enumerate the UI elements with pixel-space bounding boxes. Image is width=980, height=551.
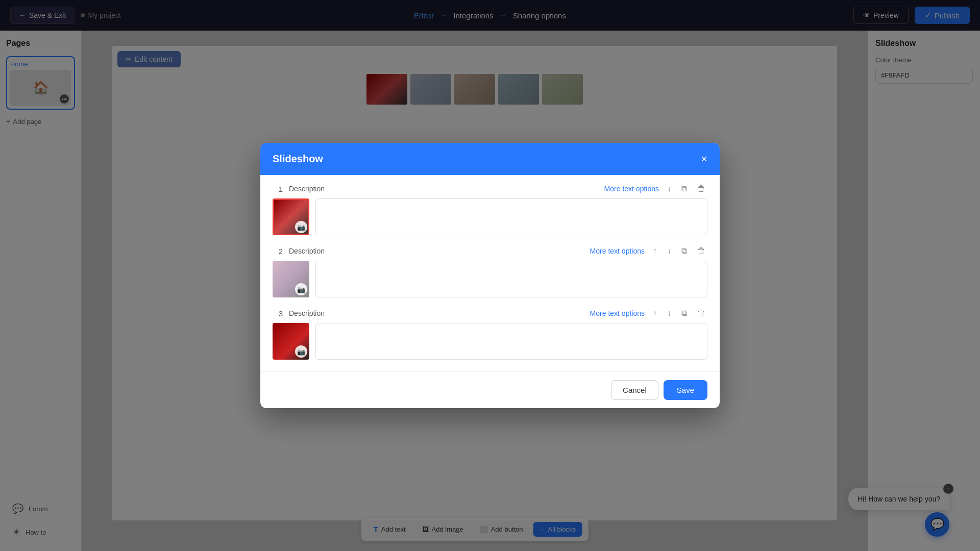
slide-description-label-1: Description [289,185,598,193]
more-text-options-link-1[interactable]: More text options [604,185,659,193]
slide-number-2: 2 [273,247,283,256]
delete-button-3[interactable]: 🗑 [695,308,707,319]
modal-backdrop: Slideshow × 1 Description More text opti… [0,0,980,551]
slide-thumbnail-wrap-2: 📷 [273,261,309,297]
duplicate-button-2[interactable]: ⧉ [679,245,689,257]
duplicate-button-3[interactable]: ⧉ [679,308,689,319]
slide-header-2: 2 Description More text options ↑ ↓ ⧉ 🗑 [273,245,707,257]
delete-button-1[interactable]: 🗑 [695,183,707,194]
move-down-button-1[interactable]: ↓ [665,183,673,194]
slide-row-1: 1 Description More text options ↓ ⧉ 🗑 ← … [273,183,707,235]
slideshow-modal: Slideshow × 1 Description More text opti… [260,143,720,408]
delete-button-2[interactable]: 🗑 [695,245,707,257]
move-up-button-3[interactable]: ↑ [651,308,659,319]
slide-thumbnail-wrap-1: 📷 [273,198,309,235]
slide-number-1: 1 [273,185,283,193]
slide-header-3: 3 Description More text options ↑ ↓ ⧉ 🗑 [273,308,707,319]
slide-content-1: ← 📷 [273,198,707,235]
move-down-button-2[interactable]: ↓ [665,245,673,257]
camera-overlay-2[interactable]: 📷 [295,283,307,295]
move-up-button-2[interactable]: ↑ [651,245,659,257]
slide-description-label-2: Description [289,247,584,255]
slide-description-label-3: Description [289,309,584,317]
modal-body: 1 Description More text options ↓ ⧉ 🗑 ← … [260,175,720,371]
move-down-button-3[interactable]: ↓ [665,308,673,319]
slide-description-textarea-1[interactable] [315,198,707,235]
modal-title: Slideshow [273,153,323,165]
modal-header: Slideshow × [260,143,720,175]
slide-thumbnail-wrap-3: 📷 [273,323,309,360]
slide-description-textarea-2[interactable] [315,261,707,297]
more-text-options-link-2[interactable]: More text options [590,247,645,255]
modal-close-button[interactable]: × [701,154,707,165]
slide-row-2: 2 Description More text options ↑ ↓ ⧉ 🗑 … [273,245,707,297]
more-text-options-link-3[interactable]: More text options [590,309,645,317]
slide-description-textarea-3[interactable] [315,323,707,360]
slide-number-3: 3 [273,309,283,318]
red-arrow-indicator: ← [260,210,263,223]
duplicate-button-1[interactable]: ⧉ [679,183,689,194]
save-button[interactable]: Save [664,380,707,400]
slide-content-2: 📷 [273,261,707,297]
modal-footer: Cancel Save [260,371,720,408]
slide-content-3: 📷 [273,323,707,360]
camera-overlay-3[interactable]: 📷 [295,345,307,358]
slide-header-1: 1 Description More text options ↓ ⧉ 🗑 [273,183,707,194]
slide-row-3: 3 Description More text options ↑ ↓ ⧉ 🗑 … [273,308,707,360]
cancel-button[interactable]: Cancel [611,380,658,400]
camera-overlay-1[interactable]: 📷 [295,221,307,233]
